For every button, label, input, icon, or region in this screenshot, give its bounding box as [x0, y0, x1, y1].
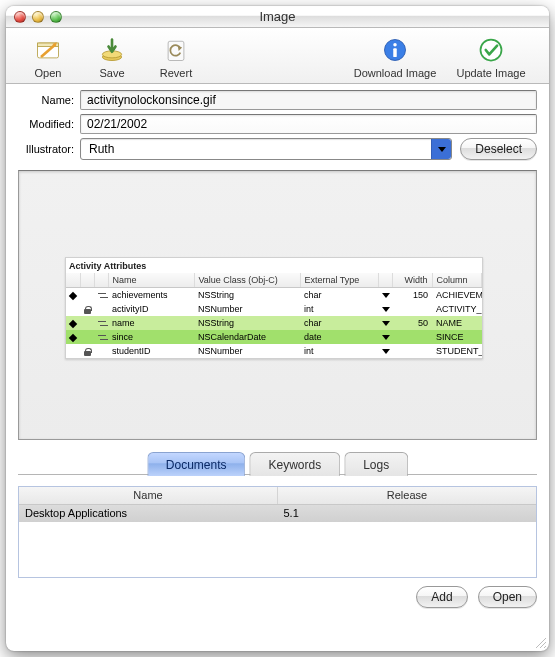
svg-rect-7 [393, 48, 397, 57]
open-label: Open [35, 67, 62, 79]
save-button[interactable]: Save [80, 35, 144, 79]
window-title: Image [6, 9, 549, 24]
preview-cell-width [392, 330, 432, 344]
update-image-label: Update Image [456, 67, 525, 79]
open-button[interactable]: Open [16, 35, 80, 79]
documents-col-name[interactable]: Name [19, 487, 278, 504]
preview-row: activityIDNSNumberintACTIVITY_ID [66, 302, 482, 316]
illustrator-combo[interactable]: Ruth [80, 138, 452, 160]
download-image-button[interactable]: Download Image [347, 35, 443, 79]
diamond-icon [69, 333, 77, 341]
preview-col-name: Name [108, 273, 194, 288]
preview-cell-valueclass: NSString [194, 316, 300, 330]
triangle-down-icon [382, 349, 390, 354]
preview-cell-name: name [108, 316, 194, 330]
tab-documents[interactable]: Documents [147, 452, 246, 476]
preview-cell-exttype: int [300, 302, 378, 316]
preview-cell-column: NAME [432, 316, 482, 330]
download-image-label: Download Image [354, 67, 437, 79]
checkmark-icon [476, 35, 506, 65]
preview-cell-name: achievements [108, 288, 194, 303]
preview-cell-exttype: char [300, 288, 378, 303]
deselect-button[interactable]: Deselect [460, 138, 537, 160]
preview-cell-valueclass: NSNumber [194, 302, 300, 316]
triangle-down-icon [382, 307, 390, 312]
triangle-down-icon [382, 321, 390, 326]
preview-caption: Activity Attributes [66, 258, 482, 273]
dropdown-arrow-icon [431, 139, 451, 159]
preview-cell-column: SINCE [432, 330, 482, 344]
preview-cell-width [392, 302, 432, 316]
svg-point-8 [481, 39, 502, 60]
name-label: Name: [12, 94, 74, 106]
image-preview: Activity Attributes Name Value Class (Ob… [18, 170, 537, 440]
table-row[interactable]: Desktop Applications5.1 [19, 505, 536, 522]
save-icon [97, 35, 127, 65]
illustrator-value: Ruth [89, 142, 114, 156]
open-document-button[interactable]: Open [478, 586, 537, 608]
tab-logs[interactable]: Logs [344, 452, 408, 476]
diamond-icon [69, 319, 77, 327]
preview-cell-name: activityID [108, 302, 194, 316]
modified-label: Modified: [12, 118, 74, 130]
preview-cell-name: since [108, 330, 194, 344]
preview-cell-valueclass: NSCalendarDate [194, 330, 300, 344]
swap-icon [98, 292, 108, 299]
info-icon [380, 35, 410, 65]
titlebar: Image [6, 6, 549, 28]
svg-point-6 [393, 43, 397, 47]
preview-cell-width [392, 344, 432, 358]
table-cell-release: 5.1 [278, 505, 537, 522]
resize-grip-icon[interactable] [533, 635, 547, 649]
preview-col-width: Width [392, 273, 432, 288]
preview-col-column: Column [432, 273, 482, 288]
documents-table: Name Release Desktop Applications5.1 [18, 486, 537, 578]
name-field[interactable]: activitynolockonsince.gif [80, 90, 537, 110]
preview-cell-width: 50 [392, 316, 432, 330]
preview-cell-exttype: char [300, 316, 378, 330]
preview-cell-exttype: date [300, 330, 378, 344]
revert-label: Revert [160, 67, 192, 79]
swap-icon [98, 334, 108, 341]
lock-icon [84, 348, 91, 356]
save-label: Save [99, 67, 124, 79]
preview-cell-column: STUDENT_ID [432, 344, 482, 358]
preview-row: nameNSStringchar50NAME [66, 316, 482, 330]
preview-col-valueclass: Value Class (Obj-C) [194, 273, 300, 288]
revert-icon [161, 35, 191, 65]
preview-row: studentIDNSNumberintSTUDENT_ID [66, 344, 482, 358]
lock-icon [84, 306, 91, 314]
preview-cell-column: ACTIVITY_ID [432, 302, 482, 316]
triangle-down-icon [382, 335, 390, 340]
preview-row: sinceNSCalendarDatedateSINCE [66, 330, 482, 344]
toolbar: Open Save Revert Download Image Update [6, 28, 549, 84]
update-image-button[interactable]: Update Image [443, 35, 539, 79]
preview-col-exttype: External Type [300, 273, 378, 288]
tab-keywords[interactable]: Keywords [249, 452, 340, 476]
preview-cell-name: studentID [108, 344, 194, 358]
preview-cell-width: 150 [392, 288, 432, 303]
open-icon [33, 35, 63, 65]
swap-icon [98, 320, 108, 327]
documents-col-release[interactable]: Release [278, 487, 536, 504]
revert-button[interactable]: Revert [144, 35, 208, 79]
table-cell-name: Desktop Applications [19, 505, 278, 522]
modified-field[interactable]: 02/21/2002 [80, 114, 537, 134]
add-button[interactable]: Add [416, 586, 467, 608]
tab-bar: Documents Keywords Logs [18, 452, 537, 478]
preview-cell-exttype: int [300, 344, 378, 358]
preview-cell-column: ACHIEVEMENTS [432, 288, 482, 303]
preview-cell-valueclass: NSNumber [194, 344, 300, 358]
triangle-down-icon [382, 293, 390, 298]
svg-line-11 [544, 646, 546, 648]
diamond-icon [69, 291, 77, 299]
illustrator-label: Illustrator: [12, 143, 74, 155]
preview-cell-valueclass: NSString [194, 288, 300, 303]
preview-row: achievementsNSStringchar150ACHIEVEMENTS [66, 288, 482, 303]
preview-thumbnail: Activity Attributes Name Value Class (Ob… [65, 257, 483, 359]
metadata-form: Name: activitynolockonsince.gif Modified… [6, 84, 549, 170]
